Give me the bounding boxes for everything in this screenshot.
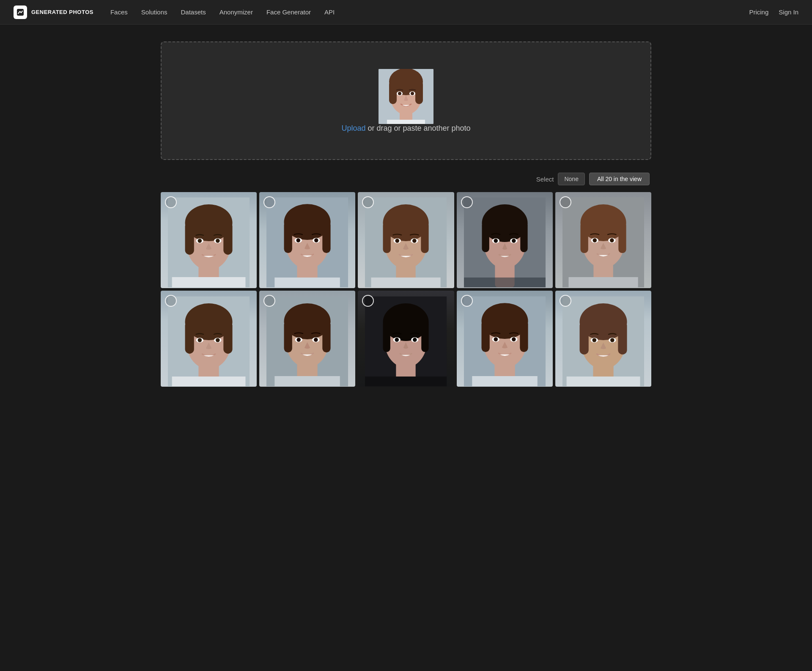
upload-text: Upload or drag or paste another photo	[341, 124, 470, 133]
svg-point-86	[297, 338, 301, 342]
svg-rect-49	[482, 222, 489, 252]
svg-point-43	[412, 239, 417, 243]
face-image	[259, 291, 355, 387]
main-content: Upload or drag or paste another photo Se…	[152, 25, 660, 395]
svg-rect-83	[323, 320, 331, 352]
svg-point-109	[512, 337, 516, 341]
svg-rect-38	[383, 222, 391, 253]
select-circle[interactable]	[560, 196, 571, 208]
face-image	[555, 192, 651, 288]
face-image	[161, 291, 257, 387]
upload-rest-text: or drag or paste another photo	[365, 124, 470, 132]
uploaded-photo	[379, 69, 433, 124]
logo[interactable]: GENERATED PHOTOS	[14, 6, 93, 19]
nav-signin[interactable]: Sign In	[779, 8, 798, 16]
nav-face-generator[interactable]: Face Generator	[266, 8, 311, 16]
svg-point-31	[296, 239, 301, 243]
svg-rect-28	[323, 221, 331, 253]
photo-item[interactable]	[457, 291, 553, 387]
nav-faces[interactable]: Faces	[110, 8, 128, 16]
svg-rect-33	[275, 278, 340, 287]
select-circle[interactable]	[165, 295, 177, 307]
svg-point-65	[610, 239, 614, 243]
svg-point-97	[395, 338, 399, 342]
nav-links: Faces Solutions Datasets Anonymizer Face…	[110, 8, 749, 16]
svg-rect-39	[421, 222, 429, 253]
svg-point-42	[395, 239, 400, 243]
svg-rect-16	[185, 222, 194, 255]
svg-point-21	[216, 239, 220, 243]
upload-area[interactable]: Upload or drag or paste another photo	[161, 41, 651, 160]
select-circle[interactable]	[461, 295, 473, 307]
svg-rect-50	[520, 222, 527, 252]
photo-item[interactable]	[259, 192, 355, 288]
svg-rect-60	[580, 222, 588, 253]
svg-point-119	[592, 338, 596, 342]
photo-item[interactable]	[259, 291, 355, 387]
svg-point-53	[494, 239, 498, 243]
select-all-button[interactable]: All 20 in the view	[589, 173, 650, 185]
select-circle[interactable]	[263, 196, 275, 208]
svg-rect-82	[284, 320, 292, 352]
svg-rect-115	[579, 321, 588, 354]
svg-rect-121	[566, 377, 640, 386]
svg-rect-22	[172, 277, 246, 287]
svg-rect-5	[389, 81, 397, 104]
svg-point-120	[610, 338, 614, 342]
select-circle[interactable]	[560, 295, 571, 307]
face-image	[259, 192, 355, 288]
photo-item[interactable]	[358, 291, 454, 387]
photo-item[interactable]	[358, 192, 454, 288]
svg-rect-88	[275, 376, 340, 386]
nav-datasets[interactable]: Datasets	[181, 8, 206, 16]
svg-rect-55	[464, 278, 546, 287]
svg-rect-104	[481, 320, 489, 352]
select-none-button[interactable]: None	[558, 173, 584, 185]
svg-point-76	[216, 338, 220, 342]
photo-item[interactable]	[161, 291, 257, 387]
svg-rect-93	[383, 321, 390, 352]
svg-point-10	[411, 92, 414, 95]
upload-link[interactable]: Upload	[341, 124, 365, 132]
svg-rect-94	[422, 321, 429, 352]
face-image	[457, 291, 553, 387]
svg-point-32	[314, 239, 318, 243]
svg-point-20	[198, 239, 202, 243]
photo-item[interactable]	[161, 192, 257, 288]
svg-rect-110	[472, 376, 537, 386]
svg-rect-27	[284, 221, 292, 253]
photo-item[interactable]	[555, 192, 651, 288]
svg-rect-71	[185, 321, 194, 353]
photo-grid	[161, 192, 651, 387]
main-nav: GENERATED PHOTOS Faces Solutions Dataset…	[0, 0, 812, 25]
svg-point-75	[198, 338, 202, 342]
photo-item[interactable]	[457, 192, 553, 288]
select-circle[interactable]	[461, 196, 473, 208]
nav-pricing[interactable]: Pricing	[749, 8, 768, 16]
photo-item[interactable]	[555, 291, 651, 387]
nav-right: Pricing Sign In	[749, 8, 798, 16]
svg-rect-17	[223, 222, 232, 255]
face-image	[555, 291, 651, 387]
svg-rect-61	[618, 222, 626, 253]
select-circle[interactable]	[165, 196, 177, 208]
select-bar: Select None All 20 in the view	[161, 173, 651, 185]
face-image	[358, 291, 454, 387]
svg-rect-116	[618, 321, 627, 354]
svg-rect-6	[415, 81, 423, 104]
nav-solutions[interactable]: Solutions	[141, 8, 167, 16]
logo-icon	[14, 6, 27, 19]
face-image	[161, 192, 257, 288]
svg-point-98	[413, 338, 417, 342]
nav-anonymizer[interactable]: Anonymizer	[219, 8, 253, 16]
svg-rect-66	[568, 277, 638, 287]
svg-point-87	[314, 338, 318, 342]
brand-name: GENERATED PHOTOS	[31, 9, 93, 15]
svg-rect-105	[520, 320, 528, 352]
svg-rect-11	[387, 120, 425, 124]
nav-api[interactable]: API	[324, 8, 335, 16]
face-image	[358, 192, 454, 288]
svg-rect-72	[223, 321, 232, 353]
svg-point-9	[398, 92, 401, 95]
svg-point-64	[593, 239, 597, 243]
